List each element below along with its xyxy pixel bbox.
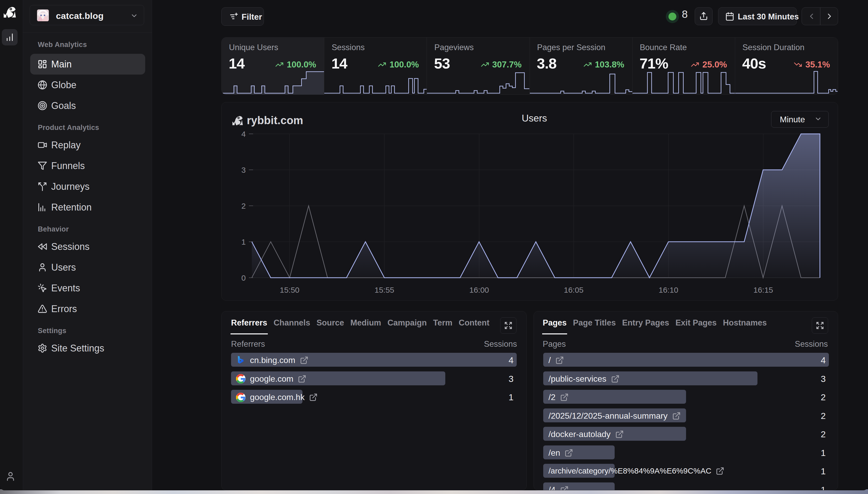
svg-text:1: 1 <box>241 238 246 246</box>
svg-text:0: 0 <box>241 273 246 282</box>
svg-text:16:15: 16:15 <box>753 286 773 294</box>
svg-text:2: 2 <box>241 202 246 210</box>
svg-text:15:55: 15:55 <box>374 286 394 294</box>
svg-text:3: 3 <box>241 166 246 174</box>
svg-text:16:00: 16:00 <box>469 286 489 294</box>
svg-text:15:50: 15:50 <box>280 286 299 294</box>
svg-text:16:10: 16:10 <box>659 286 678 294</box>
svg-text:16:05: 16:05 <box>564 286 583 294</box>
svg-text:4: 4 <box>241 130 246 138</box>
